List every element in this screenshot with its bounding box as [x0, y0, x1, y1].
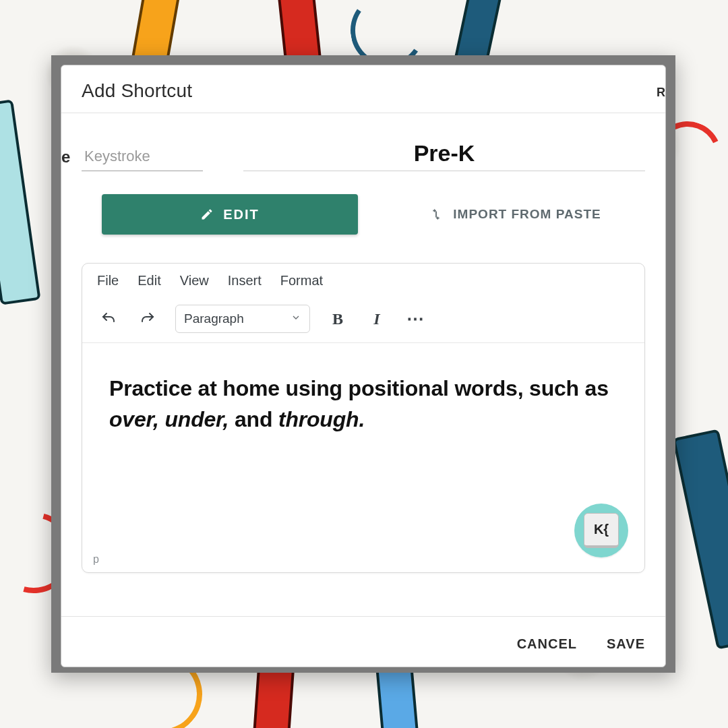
import-from-paste-button[interactable]: IMPORT FROM PASTE	[385, 194, 645, 235]
obscured-text-left: e	[61, 148, 70, 166]
more-options-button[interactable]: ⋯	[404, 307, 427, 330]
cancel-button[interactable]: CANCEL	[517, 636, 577, 652]
rich-text-editor: File Edit View Insert Format Paragraph	[82, 263, 645, 573]
redo-icon	[140, 311, 156, 327]
editor-content[interactable]: Practice at home using positional words,…	[82, 343, 644, 449]
italic-word-under: under,	[164, 407, 229, 431]
keystroke-input[interactable]	[82, 144, 203, 171]
edit-button[interactable]: EDIT	[102, 194, 358, 235]
menu-format[interactable]: Format	[280, 273, 323, 289]
italic-word-over: over,	[109, 407, 159, 431]
dialog-title: Add Shortcut	[82, 80, 645, 102]
chevron-down-icon	[291, 311, 301, 326]
modal-backdrop: R e Add Shortcut Pre-K EDIT	[51, 55, 675, 673]
italic-button[interactable]: I	[365, 307, 388, 330]
pencil-icon	[200, 208, 214, 221]
editor-path-indicator: p	[93, 553, 99, 566]
add-shortcut-dialog: R e Add Shortcut Pre-K EDIT	[61, 65, 666, 667]
app-badge[interactable]: K{	[574, 504, 628, 557]
import-icon	[429, 207, 444, 222]
editor-menu-bar: File Edit View Insert Format	[82, 264, 644, 298]
paragraph-style-label: Paragraph	[184, 311, 244, 326]
body-text: Practice at home using positional words,…	[109, 376, 609, 400]
bold-button[interactable]: B	[326, 307, 349, 330]
menu-file[interactable]: File	[97, 273, 119, 289]
menu-insert[interactable]: Insert	[228, 273, 262, 289]
shortcut-title-field[interactable]: Pre-K	[243, 140, 645, 171]
menu-view[interactable]: View	[180, 273, 209, 289]
obscured-text-right: R	[657, 86, 665, 100]
edit-button-label: EDIT	[223, 207, 260, 222]
save-button[interactable]: SAVE	[607, 636, 645, 652]
redo-button[interactable]	[136, 307, 159, 330]
undo-icon	[100, 311, 117, 327]
undo-button[interactable]	[97, 307, 120, 330]
body-conjunction: and	[229, 407, 278, 431]
paragraph-style-select[interactable]: Paragraph	[175, 305, 310, 333]
italic-word-through: through.	[278, 407, 365, 431]
badge-key-icon: K{	[584, 513, 619, 548]
editor-toolbar: Paragraph B I ⋯	[82, 298, 644, 343]
import-button-label: IMPORT FROM PASTE	[453, 207, 601, 222]
menu-edit[interactable]: Edit	[138, 273, 160, 289]
divider	[61, 616, 665, 617]
